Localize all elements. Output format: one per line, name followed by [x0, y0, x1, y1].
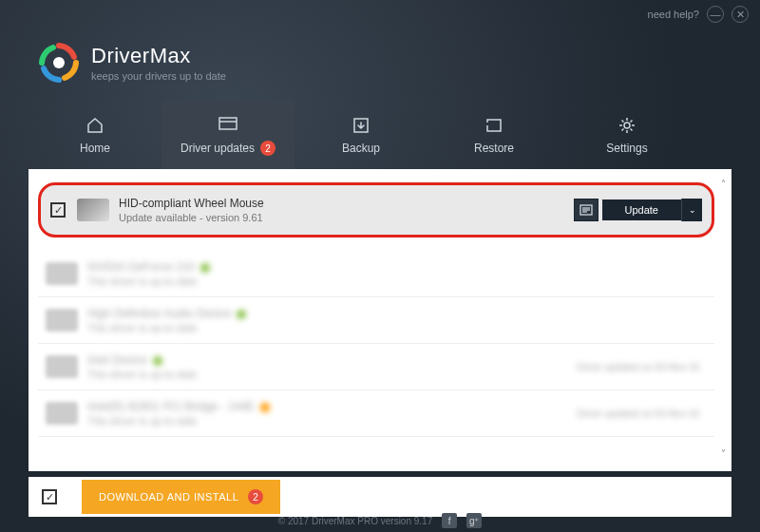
status-dot-icon — [153, 356, 162, 366]
driver-row-featured[interactable]: HID-compliant Wheel Mouse Update availab… — [38, 182, 714, 238]
updates-icon — [218, 114, 238, 135]
tab-restore[interactable]: Restore — [428, 101, 560, 169]
download-install-button[interactable]: DOWNLOAD AND INSTALL 2 — [82, 480, 280, 514]
driver-row[interactable]: NVIDIA GeForce 210This driver is up-to-d… — [38, 251, 714, 297]
device-icon — [46, 402, 78, 425]
svg-rect-1 — [219, 118, 237, 129]
device-icon — [77, 199, 109, 221]
driver-name: Intel Device — [87, 353, 147, 367]
install-label: DOWNLOAD AND INSTALL — [99, 491, 238, 503]
driver-list-panel: HID-compliant Wheel Mouse Update availab… — [28, 169, 732, 471]
driver-row[interactable]: Intel DeviceThis driver is up-to-date Dr… — [38, 344, 714, 390]
update-button[interactable]: Update — [602, 200, 681, 220]
facebook-icon[interactable]: f — [442, 513, 457, 528]
update-date: Driver updated on 03-Nov-16 — [577, 362, 699, 372]
minimize-button[interactable]: — — [707, 6, 724, 23]
install-badge: 2 — [248, 489, 263, 504]
device-icon — [46, 309, 78, 332]
device-icon — [46, 355, 78, 378]
brand-header: DriverMax keeps your drivers up to date — [0, 28, 760, 101]
gear-icon — [617, 115, 637, 136]
tab-home[interactable]: Home — [28, 101, 162, 169]
app-tagline: keeps your drivers up to date — [91, 70, 226, 82]
driver-name: Intel(R) 82801 PCI Bridge - 244E — [87, 400, 255, 413]
tab-label: Home — [80, 142, 110, 155]
tab-label: Settings — [606, 142, 647, 155]
driver-status: This driver is up-to-date — [87, 322, 707, 333]
bottom-bar: DOWNLOAD AND INSTALL 2 — [28, 477, 732, 517]
scroll-down-icon[interactable]: ˅ — [716, 448, 730, 462]
copyright: © 2017 DriverMax PRO version 9.17 — [278, 516, 432, 526]
tab-label: Restore — [474, 142, 514, 155]
tab-label: Driver updates — [180, 142, 255, 155]
home-icon — [85, 115, 105, 136]
status-dot-icon — [260, 403, 270, 412]
select-all-checkbox[interactable] — [42, 489, 57, 504]
update-dropdown[interactable]: ⌄ — [681, 199, 702, 221]
help-link[interactable]: need help? — [648, 9, 699, 20]
details-button[interactable] — [574, 199, 598, 221]
driver-row[interactable]: Intel(R) 82801 PCI Bridge - 244EThis dri… — [38, 390, 714, 437]
restore-icon — [484, 115, 504, 136]
app-logo-icon — [38, 42, 80, 84]
update-date: Driver updated on 03-Nov-16 — [577, 408, 699, 419]
driver-status: This driver is up-to-date — [87, 276, 707, 287]
status-dot-icon — [237, 310, 246, 319]
footer: © 2017 DriverMax PRO version 9.17 f g⁺ — [0, 513, 760, 528]
driver-row[interactable]: High Definition Audio DeviceThis driver … — [38, 297, 714, 344]
tab-label: Backup — [342, 142, 380, 155]
main-tabs: Home Driver updates2 Backup Restore Sett… — [0, 101, 760, 169]
driver-name: High Definition Audio Device — [87, 307, 231, 320]
backup-icon — [351, 115, 371, 136]
status-dot-icon — [200, 263, 210, 273]
device-icon — [46, 262, 78, 285]
scrollbar[interactable]: ˄ ˅ — [716, 179, 730, 462]
google-plus-icon[interactable]: g⁺ — [466, 513, 482, 528]
driver-status: Update available - version 9.61 — [119, 212, 574, 223]
driver-name: HID-compliant Wheel Mouse — [119, 197, 574, 210]
driver-status: This driver is up-to-date — [87, 415, 577, 427]
svg-point-4 — [624, 123, 630, 128]
driver-name: NVIDIA GeForce 210 — [87, 260, 195, 274]
tab-driver-updates[interactable]: Driver updates2 — [162, 101, 294, 169]
updates-badge: 2 — [260, 141, 276, 156]
checkbox[interactable] — [50, 202, 66, 218]
tab-backup[interactable]: Backup — [294, 101, 428, 169]
app-title: DriverMax — [91, 44, 226, 68]
scroll-up-icon[interactable]: ˄ — [716, 179, 730, 192]
tab-settings[interactable]: Settings — [560, 101, 694, 169]
close-button[interactable]: ✕ — [732, 6, 749, 23]
driver-status: This driver is up-to-date — [87, 369, 577, 380]
svg-point-0 — [53, 57, 65, 68]
